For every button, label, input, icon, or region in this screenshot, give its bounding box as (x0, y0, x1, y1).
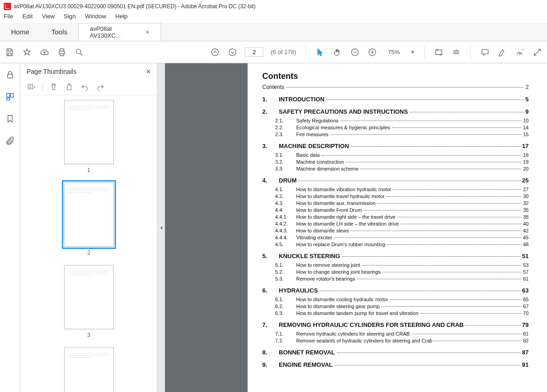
toc-entry: How to dismantle vibration hydraulic mot… (296, 187, 391, 192)
thumbnail-number: 3 (87, 332, 90, 338)
svg-point-2 (229, 49, 236, 55)
zoom-dropdown-icon[interactable]: ▼ (410, 50, 415, 55)
tab-tools[interactable]: Tools (40, 23, 78, 41)
toc-num: 2. (262, 108, 279, 115)
thumbnail-number: 1 (87, 167, 90, 173)
tab-document[interactable]: avP08at AV130XC... × (78, 23, 161, 41)
menu-file[interactable]: File (4, 13, 13, 23)
toc-page: 20 (523, 166, 529, 171)
toolbar: (6 of 178) 75% ▼ (0, 41, 547, 63)
toc-page: 79 (522, 321, 529, 328)
toc-num: 5.3. (275, 276, 296, 282)
toc-page: 10 (523, 118, 529, 123)
toc-num: 4.3. (275, 200, 296, 206)
toc-entry: How to dismantle aux. transmission (296, 200, 376, 206)
toc-page: 14 (523, 125, 529, 130)
toc-entry: How to dismantle slews (296, 228, 349, 233)
toc-page: 38 (523, 214, 529, 220)
highlight-icon[interactable] (497, 47, 508, 57)
toc-page: 18 (523, 152, 529, 158)
toc-entry: Fire measures (296, 132, 328, 137)
close-icon[interactable]: × (146, 28, 149, 36)
tab-home[interactable]: Home (0, 23, 40, 41)
menu-help[interactable]: Help (116, 13, 128, 23)
toc-num: 4.4.1. (275, 214, 296, 220)
print-icon[interactable] (57, 47, 67, 57)
toc-page: 87 (522, 349, 529, 356)
svg-point-1 (212, 49, 219, 55)
toc-num: 4.5. (275, 242, 296, 247)
toc-entry: REMOVING HYDRAULIC CYLINDERS FOR STEERIN… (279, 321, 464, 328)
toc-entry: How to dismantle travel hydraulic motor (296, 193, 385, 199)
toc-page: 45 (523, 235, 529, 240)
toc-entry: Machine dimension scheme (296, 166, 359, 171)
window-titlebar: avP08at AV130XCU3 00029-4022000 090501 E… (0, 0, 547, 13)
hand-icon[interactable] (332, 47, 343, 57)
thumbnail-number: 2 (87, 249, 90, 256)
toc-num: 4.4.2. (275, 221, 296, 226)
toc-page: 25 (522, 177, 529, 184)
sign-icon[interactable] (515, 47, 525, 57)
svg-rect-6 (6, 94, 9, 97)
panel-close-icon[interactable]: × (146, 67, 151, 77)
rotate-icon[interactable] (65, 82, 74, 93)
document-area[interactable]: Contents Contents21.INTRODUCTION52.SAFET… (165, 63, 547, 392)
delete-icon[interactable] (49, 82, 58, 93)
thumbnail-page-2[interactable]: — — — — — — — — — — — — — — — — — — — — … (20, 182, 157, 256)
fit-page-icon[interactable] (451, 47, 461, 57)
thumbnail-page-4[interactable]: — — — — — — — — — — — — — — — — — — — — … (20, 348, 157, 392)
menu-sign[interactable]: Sign (64, 13, 76, 23)
page-number-input[interactable] (245, 47, 263, 57)
undo-icon[interactable] (80, 82, 89, 93)
save-icon[interactable] (5, 47, 15, 57)
pointer-icon[interactable] (315, 47, 325, 57)
toc-num: 2.1. (275, 118, 296, 123)
toc-num: 5.2. (275, 269, 296, 275)
menu-edit[interactable]: Edit (22, 13, 33, 23)
toc-page: 35 (523, 207, 529, 213)
collapse-panel-icon[interactable] (158, 63, 165, 392)
more-tools-icon[interactable] (532, 47, 542, 57)
svg-rect-7 (10, 94, 13, 97)
toc-page: 67 (523, 304, 529, 309)
redo-icon[interactable] (96, 82, 105, 93)
thumbnails-icon[interactable] (5, 92, 15, 102)
toc-entry: ENGINE REMOVAL (279, 361, 333, 368)
thumbnails-list[interactable]: — — — — — — — — — — — — — — — — — — — — … (20, 95, 157, 392)
thumbnail-page-3[interactable]: — — — — — — — — — — — — — — — — — — — — … (20, 265, 157, 338)
search-icon[interactable] (74, 47, 84, 57)
zoom-in-icon[interactable] (367, 47, 377, 57)
toc-num: 3.1. (275, 152, 296, 158)
toc-num: 2.2. (275, 125, 296, 130)
toc-entry: INTRODUCTION (279, 96, 325, 103)
toc-num: 7.1. (275, 331, 296, 337)
svg-rect-5 (7, 74, 12, 78)
toc-page: 65 (523, 297, 529, 302)
zoom-out-icon[interactable] (350, 47, 360, 57)
toc-entry: Safety Regulations (296, 118, 338, 123)
toc-page: 15 (523, 132, 529, 137)
panel-options-icon[interactable] (27, 82, 36, 93)
toc-page: 9 (525, 108, 529, 115)
star-icon[interactable] (22, 47, 32, 57)
bookmark-icon[interactable] (5, 114, 15, 124)
toc-num: 7.2. (275, 338, 296, 343)
attachment-icon[interactable] (5, 136, 15, 146)
toc-page: 2 (525, 84, 529, 90)
cloud-icon[interactable] (39, 47, 50, 57)
toc-page: 53 (523, 262, 529, 268)
toc-entry: MACHINE DESCRIPTION (279, 143, 349, 149)
menu-window[interactable]: Window (85, 13, 106, 23)
toc-num: 6.1. (275, 297, 296, 302)
lock-icon[interactable] (5, 70, 15, 80)
comment-icon[interactable] (480, 47, 490, 57)
fit-width-icon[interactable] (434, 47, 444, 57)
zoom-level[interactable]: 75% (385, 47, 403, 57)
thumbnail-page-1[interactable]: — — — — — — — — — — — — — — — — — — — — … (20, 100, 157, 173)
toc-entry: How to dismantle steering gear pump (296, 304, 380, 309)
page-down-icon[interactable] (227, 47, 238, 57)
toc-page: 51 (522, 253, 529, 259)
toc-num: 6.3. (275, 310, 296, 316)
page-up-icon[interactable] (210, 47, 220, 57)
menu-view[interactable]: View (42, 13, 55, 23)
